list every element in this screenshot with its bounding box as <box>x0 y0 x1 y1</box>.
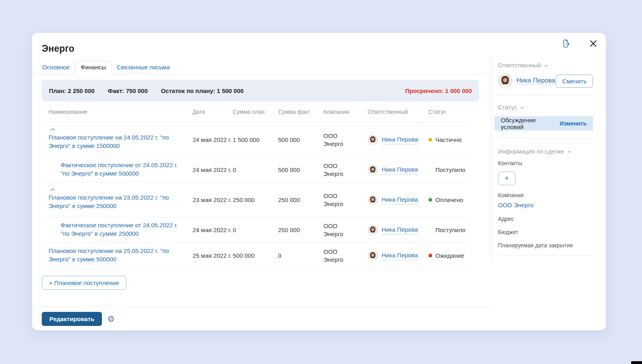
divider <box>498 138 593 138</box>
screen-artifact <box>631 361 642 364</box>
col-header-sum-fact: Сумма факт <box>278 109 323 115</box>
add-planned-payment-button[interactable]: + Плановое поступление <box>42 276 126 290</box>
divider <box>498 255 593 255</box>
cell-sum-plan: 500 000 <box>233 252 278 260</box>
tab-finance[interactable]: Финансы <box>75 61 112 74</box>
avatar <box>368 165 378 175</box>
status-section-label: Статус <box>498 104 517 111</box>
collapse-chevron-icon[interactable] <box>49 127 56 132</box>
change-responsible-button[interactable]: Сменить <box>556 75 593 88</box>
export-icon[interactable] <box>562 39 571 48</box>
col-header-sum-plan: Сумма план <box>233 109 278 115</box>
close-icon[interactable] <box>589 39 598 48</box>
cell-sum-fact: 0 <box>278 252 323 260</box>
cell-sum-fact: 500 000 <box>278 166 323 174</box>
avatar <box>368 195 378 205</box>
finance-summary-bar: План: 2 250 000 Факт: 750 000 Остаток по… <box>42 80 479 101</box>
status-dot <box>429 168 432 172</box>
avatar <box>498 74 512 88</box>
responsible-link[interactable]: Ника Перова <box>382 251 418 260</box>
card-footer: Редактировать ⚙ <box>32 307 491 330</box>
closing-date-label: Планируемая дата закрытия <box>498 242 593 249</box>
change-status-link[interactable]: Изменить <box>560 120 587 127</box>
deal-status-bar: Обсуждение условий Изменить <box>494 116 593 131</box>
col-header-status: Статус <box>429 109 469 115</box>
status-dot <box>429 254 432 257</box>
summary-fact: Факт: 750 000 <box>108 87 148 94</box>
deal-status-value: Обсуждение условий <box>501 117 560 130</box>
summary-plan: План: 2 250 000 <box>49 87 95 94</box>
address-label: Адрес <box>498 216 593 222</box>
collapse-chevron-icon[interactable] <box>544 64 549 67</box>
col-header-company: Компания <box>323 109 368 115</box>
status-label: Оплачено <box>435 196 463 204</box>
tab-related-letters[interactable]: Связанные письма <box>112 61 175 74</box>
add-contact-button[interactable]: + <box>498 172 516 185</box>
col-header-date: Дата <box>193 109 233 115</box>
col-header-name: Наименование <box>42 109 193 115</box>
page-title: Энерго <box>42 43 491 54</box>
cell-date: 25 мая 2022 г. <box>193 252 233 260</box>
deal-card: Энерго Основное Финансы Связанные письма… <box>32 33 606 330</box>
avatar <box>368 251 378 261</box>
status-label: Частично <box>435 136 462 144</box>
summary-remainder: Остаток по плану: 1 500 000 <box>161 87 244 94</box>
responsible-link[interactable]: Ника Перова <box>516 77 555 85</box>
responsible-link[interactable]: Ника Перова <box>382 166 418 174</box>
collapse-chevron-icon[interactable] <box>567 150 572 154</box>
status-dot <box>429 138 432 142</box>
cell-date: 24 мая 2022 г. <box>193 226 233 234</box>
col-header-responsible: Ответственный <box>368 109 429 115</box>
cell-company: ООО Энерго <box>323 132 352 148</box>
table-row: Плановое поступление на 25.05.2022 г. "п… <box>42 243 469 269</box>
status-dot <box>429 228 432 232</box>
tab-main[interactable]: Основное <box>37 61 75 74</box>
main-panel: Энерго Основное Финансы Связанные письма… <box>32 33 491 330</box>
status-dot <box>429 198 432 202</box>
avatar <box>368 135 378 145</box>
table-row: Фактическое поступление от 24.05.2022 г.… <box>42 157 469 183</box>
collapse-chevron-icon[interactable] <box>520 106 524 109</box>
deal-info-section-label: Информация по сделке <box>498 148 564 155</box>
payment-link[interactable]: Фактическое поступление от 24.05.2022 г.… <box>61 161 185 178</box>
edit-button[interactable]: Редактировать <box>42 312 102 326</box>
collapse-chevron-icon[interactable] <box>49 187 56 192</box>
deal-sidebar: Ответственный Ника Перова Сменить Статус… <box>491 33 606 330</box>
responsible-section-label: Ответственный <box>498 62 541 69</box>
settings-gear-icon[interactable]: ⚙ <box>107 315 115 323</box>
payments-table: Наименование Дата Сумма план Сумма факт … <box>42 101 469 269</box>
payment-link[interactable]: Плановое поступление на 24.05.2022 г. "п… <box>49 134 169 149</box>
cell-company: ООО Энерго <box>323 222 352 238</box>
cell-sum-fact: 250 000 <box>278 196 323 204</box>
cell-sum-plan: 0 <box>233 166 278 174</box>
cell-sum-plan: 250 000 <box>233 196 278 204</box>
table-row: Фактическое поступление от 24.05.2022 г.… <box>42 217 469 243</box>
cell-company: ООО Энерго <box>323 162 352 178</box>
divider <box>498 95 593 95</box>
cell-date: 23 мая 2022 г. <box>193 196 233 204</box>
cell-company: ООО Энерго <box>323 192 352 208</box>
responsible-link[interactable]: Ника Перова <box>382 196 418 204</box>
cell-date: 24 мая 2022 г. <box>193 166 233 174</box>
tab-bar: Основное Финансы Связанные письма <box>32 61 491 74</box>
contacts-label: Контакты <box>498 160 593 166</box>
cell-sum-plan: 1 500 000 <box>233 136 278 144</box>
window-actions <box>562 39 598 48</box>
status-label: Поступило <box>435 166 465 174</box>
payment-link[interactable]: Фактическое поступление от 24.05.2022 г.… <box>61 221 185 238</box>
company-link[interactable]: ООО Энерго <box>498 202 533 208</box>
responsible-link[interactable]: Ника Перова <box>382 226 418 235</box>
responsible-link[interactable]: Ника Перова <box>382 135 418 144</box>
table-row: Плановое поступление на 24.05.2022 г. "п… <box>42 123 469 157</box>
cell-date: 24 мая 2022 г. <box>193 136 233 144</box>
payment-link[interactable]: Плановое поступление на 23.05.2022 г. "п… <box>49 194 169 209</box>
status-label: Ожидание <box>435 252 464 260</box>
cell-sum-fact: 250 000 <box>278 226 323 234</box>
summary-overdue: Просрочено: 1 000 000 <box>405 87 472 94</box>
table-row: Плановое поступление на 23.05.2022 г. "п… <box>42 183 469 217</box>
company-label: Компания <box>498 192 593 198</box>
table-header-row: Наименование Дата Сумма план Сумма факт … <box>42 101 469 123</box>
avatar <box>368 225 378 235</box>
payment-link[interactable]: Плановое поступление на 25.05.2022 г. "п… <box>49 247 185 263</box>
budget-label: Бюджет <box>498 229 593 235</box>
